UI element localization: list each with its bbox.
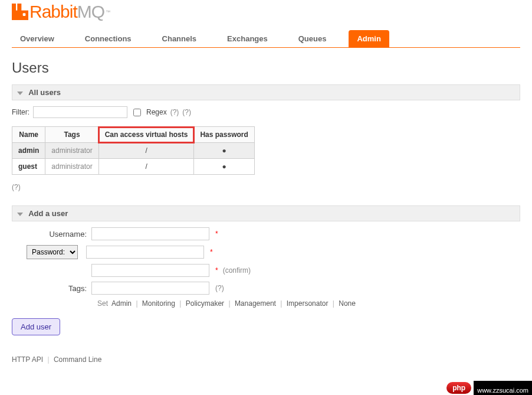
preset-management[interactable]: Management — [235, 299, 276, 308]
preset-monitoring[interactable]: Monitoring — [142, 299, 175, 308]
regex-label: Regex — [146, 108, 167, 116]
preset-impersonator[interactable]: Impersonator — [287, 299, 329, 308]
cell-name: admin — [12, 143, 45, 159]
filter-input[interactable] — [33, 106, 127, 118]
filter-row: Filter: Regex (?) (?) — [12, 100, 520, 124]
brand-mq: MQ — [77, 2, 104, 22]
link-http-api[interactable]: HTTP API — [12, 355, 43, 364]
cell-vhosts: / — [98, 159, 194, 175]
brand-rabbit: Rabbit — [29, 2, 77, 22]
cell-tags: administrator — [45, 143, 98, 159]
svg-rect-2 — [12, 11, 28, 20]
filter-label: Filter: — [12, 108, 29, 116]
password-confirm-input[interactable] — [91, 264, 209, 277]
required-star: * — [215, 266, 218, 275]
section-add-user-label: Add a user — [28, 209, 68, 218]
tab-queues[interactable]: Queues — [290, 30, 335, 47]
collapse-icon — [17, 213, 23, 216]
users-table: Name Tags Can access virtual hosts Has p… — [12, 126, 255, 175]
tab-connections[interactable]: Connections — [77, 30, 140, 47]
password-type-select[interactable]: Password: — [27, 245, 78, 259]
password-input[interactable] — [86, 246, 204, 259]
preset-policymaker[interactable]: Policymaker — [186, 299, 224, 308]
regex-checkbox[interactable] — [133, 109, 141, 116]
preset-none[interactable]: None — [339, 299, 356, 308]
tab-exchanges[interactable]: Exchanges — [219, 30, 276, 47]
cell-has-pw: ● — [194, 143, 254, 159]
tab-overview[interactable]: Overview — [12, 30, 63, 47]
th-has-password[interactable]: Has password — [194, 127, 254, 143]
help-icon: (?) — [12, 183, 21, 191]
rabbitmq-icon — [12, 4, 28, 20]
tab-admin[interactable]: Admin — [349, 30, 389, 47]
logo: RabbitMQ™ — [12, 0, 520, 27]
link-command-line[interactable]: Command Line — [54, 355, 101, 364]
add-user-button[interactable]: Add user — [12, 318, 60, 335]
svg-rect-3 — [23, 13, 26, 16]
add-user-form: Username: * Password: * * (confirm) Tags… — [12, 221, 520, 341]
brand-tm: ™ — [106, 9, 110, 15]
section-all-users-label: All users — [28, 88, 61, 97]
tags-input[interactable] — [91, 282, 209, 295]
table-row[interactable]: guest administrator / ● — [12, 159, 255, 175]
th-vhosts[interactable]: Can access virtual hosts — [98, 127, 194, 143]
tab-channels[interactable]: Channels — [154, 30, 205, 47]
tags-help[interactable]: (?) — [215, 284, 224, 292]
help-regex-1[interactable]: (?) — [170, 108, 179, 116]
section-all-users[interactable]: All users — [12, 84, 520, 100]
cell-has-pw: ● — [194, 159, 254, 175]
th-tags[interactable]: Tags — [45, 127, 98, 143]
preset-admin[interactable]: Admin — [111, 299, 132, 308]
table-row[interactable]: admin administrator / ● — [12, 143, 255, 159]
th-name[interactable]: Name — [12, 127, 45, 143]
required-star: * — [210, 248, 213, 256]
page-title: Users — [12, 60, 520, 76]
cell-name: guest — [12, 159, 45, 175]
footer-links: HTTP API | Command Line — [12, 355, 520, 364]
required-star: * — [215, 230, 218, 238]
confirm-label: (confirm) — [223, 266, 251, 275]
collapse-icon — [17, 92, 23, 95]
tags-label: Tags: — [12, 284, 91, 293]
section-add-user[interactable]: Add a user — [12, 205, 520, 221]
main-nav: Overview Connections Channels Exchanges … — [12, 30, 520, 48]
username-input[interactable] — [91, 227, 209, 240]
tag-presets: Set Admin | Monitoring | Policymaker | M… — [97, 299, 520, 308]
set-prefix: Set — [97, 299, 108, 308]
username-label: Username: — [12, 230, 91, 239]
help-regex-2[interactable]: (?) — [182, 108, 191, 116]
cell-vhosts: / — [98, 143, 194, 159]
help-table[interactable]: (?) — [12, 183, 520, 191]
cell-tags: administrator — [45, 159, 98, 175]
